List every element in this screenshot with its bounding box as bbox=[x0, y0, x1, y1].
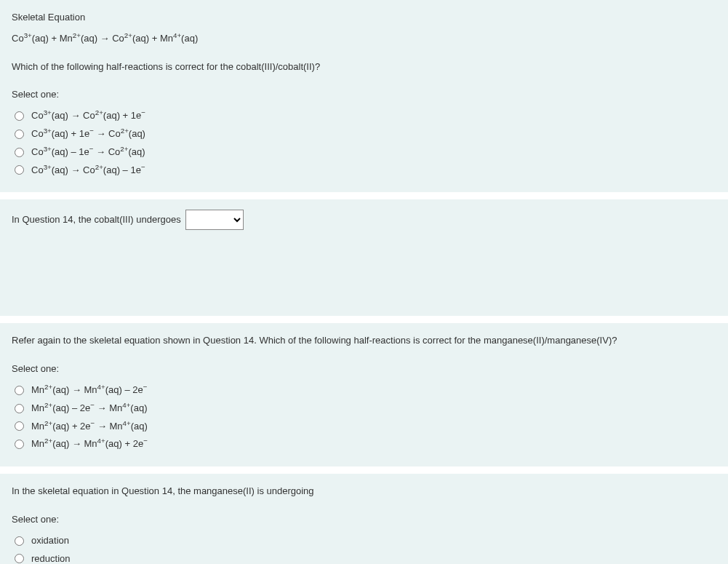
q2-dropdown[interactable] bbox=[185, 210, 244, 230]
question-4-block: In the skeletal equation in Question 14,… bbox=[0, 474, 728, 564]
q4-option-row: oxidation bbox=[12, 532, 716, 550]
q1-option-row: Co3+(aq) + 1e− → Co2+(aq) bbox=[12, 125, 716, 143]
q1-option-row: Co3+(aq) → Co2+(aq) + 1e− bbox=[12, 107, 716, 125]
q1-option-label: Co3+(aq) → Co2+(aq) + 1e− bbox=[31, 108, 145, 124]
q3-option-row: Mn2+(aq) → Mn4+(aq) – 2e− bbox=[12, 381, 716, 400]
q3-option-row: Mn2+(aq) – 2e− → Mn4+(aq) bbox=[12, 400, 716, 418]
q4-option-label: oxidation bbox=[31, 533, 69, 549]
q3-prompt: Refer again to the skeletal equation sho… bbox=[12, 333, 716, 349]
q2-inline-row: In Question 14, the cobalt(III) undergoe… bbox=[12, 210, 716, 230]
q4-option-label: reduction bbox=[31, 552, 70, 564]
question-2-block: In Question 14, the cobalt(III) undergoe… bbox=[0, 199, 728, 316]
q4-option-row: reduction bbox=[12, 550, 716, 564]
skeletal-equation-header: Skeletal Equation bbox=[12, 10, 716, 25]
q1-radio-3[interactable] bbox=[15, 148, 24, 157]
q2-prompt-prefix: In Question 14, the cobalt(III) undergoe… bbox=[12, 213, 181, 228]
q1-select-label: Select one: bbox=[12, 87, 716, 103]
q1-option-label: Co3+(aq) + 1e− → Co2+(aq) bbox=[31, 127, 145, 142]
q3-option-label: Mn2+(aq) → Mn4+(aq) + 2e− bbox=[31, 437, 148, 452]
q1-radio-4[interactable] bbox=[15, 165, 24, 175]
q3-radio-4[interactable] bbox=[15, 440, 24, 449]
q3-option-label: Mn2+(aq) → Mn4+(aq) – 2e− bbox=[31, 383, 147, 398]
q1-option-row: Co3+(aq) – 1e− → Co2+(aq) bbox=[12, 143, 716, 162]
q3-radio-1[interactable] bbox=[15, 386, 24, 395]
q4-select-label: Select one: bbox=[12, 512, 716, 528]
q3-radio-2[interactable] bbox=[15, 404, 24, 413]
q1-radio-1[interactable] bbox=[15, 111, 24, 121]
question-3-block: Refer again to the skeletal equation sho… bbox=[0, 323, 728, 466]
q4-radio-2[interactable] bbox=[15, 554, 24, 563]
q1-option-row: Co3+(aq) → Co2+(aq) – 1e− bbox=[12, 162, 716, 180]
q1-prompt: Which of the following half-reactions is… bbox=[12, 60, 716, 75]
q3-select-label: Select one: bbox=[12, 362, 716, 377]
q1-option-label: Co3+(aq) → Co2+(aq) – 1e− bbox=[31, 163, 145, 178]
question-1-block: Skeletal Equation Co3+(aq) + Mn2+(aq) → … bbox=[0, 0, 728, 192]
q3-option-label: Mn2+(aq) – 2e− → Mn4+(aq) bbox=[31, 401, 147, 416]
q3-option-label: Mn2+(aq) + 2e− → Mn4+(aq) bbox=[31, 419, 148, 434]
q3-option-row: Mn2+(aq) + 2e− → Mn4+(aq) bbox=[12, 418, 716, 436]
q1-option-label: Co3+(aq) – 1e− → Co2+(aq) bbox=[31, 145, 145, 160]
q4-radio-1[interactable] bbox=[15, 536, 24, 546]
q1-radio-2[interactable] bbox=[15, 130, 24, 139]
q3-radio-3[interactable] bbox=[15, 421, 24, 431]
skeletal-equation-text: Co3+(aq) + Mn2+(aq) → Co2+(aq) + Mn4+(aq… bbox=[12, 31, 716, 47]
q4-prompt: In the skeletal equation in Question 14,… bbox=[12, 484, 716, 499]
q3-option-row: Mn2+(aq) → Mn4+(aq) + 2e− bbox=[12, 435, 716, 453]
